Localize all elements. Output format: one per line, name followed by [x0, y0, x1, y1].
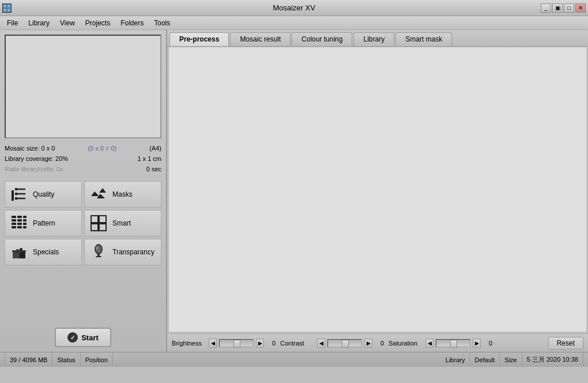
pattern-label: Pattern	[33, 219, 55, 227]
menu-folders[interactable]: Folders	[116, 18, 148, 28]
brightness-label: Brightness	[172, 340, 206, 347]
datetime-text: 5 三月 2020 10:38	[527, 355, 578, 364]
tab-library[interactable]: Library	[353, 32, 394, 46]
brightness-track[interactable]	[219, 339, 254, 347]
status-default: Default	[470, 352, 500, 367]
status-memory: 39 / 4096 MB	[5, 352, 52, 367]
svg-rect-6	[15, 188, 17, 190]
content-area	[168, 47, 587, 332]
brightness-thumb[interactable]	[233, 340, 240, 348]
svg-rect-10	[15, 197, 17, 200]
saturation-thumb[interactable]	[450, 340, 457, 348]
menu-tools[interactable]: Tools	[149, 18, 175, 28]
transparancy-button[interactable]: Transparancy	[84, 239, 161, 265]
saturation-group: Saturation ◀ ▶ 0	[389, 339, 492, 348]
quality-button[interactable]: Quality	[5, 181, 82, 208]
window-controls[interactable]: _ ▣ □ ✕	[541, 3, 586, 13]
maximize-button[interactable]: □	[564, 3, 574, 13]
svg-rect-21	[12, 226, 16, 228]
minimize-button[interactable]: _	[541, 3, 551, 13]
svg-rect-23	[23, 226, 27, 228]
specials-icon	[10, 243, 28, 261]
stats-ratio-row: Ratio library/cells: 0x 0 sec	[5, 164, 161, 174]
mosaic-size-paper: (A4)	[149, 143, 161, 153]
contrast-increase[interactable]: ▶	[364, 339, 372, 348]
contrast-thumb[interactable]	[342, 340, 349, 348]
pattern-button[interactable]: Pattern	[5, 210, 82, 236]
menu-library[interactable]: Library	[24, 18, 54, 28]
window-title: Mosaizer XV	[273, 3, 315, 12]
preview-area	[5, 35, 161, 138]
svg-rect-16	[17, 219, 22, 221]
svg-rect-19	[17, 223, 22, 225]
mosaic-size-label: Mosaic size: 0 x 0	[5, 143, 55, 153]
menu-view[interactable]: View	[55, 18, 80, 28]
library-coverage-size: 1 x 1 cm	[137, 153, 161, 164]
svg-rect-12	[12, 216, 16, 218]
svg-rect-20	[23, 223, 27, 225]
brightness-decrease[interactable]: ◀	[209, 339, 217, 348]
contrast-label: Contrast	[280, 340, 315, 347]
svg-rect-39	[96, 256, 101, 257]
status-text: Status	[57, 356, 75, 363]
default-text: Default	[474, 356, 495, 363]
status-bar: 39 / 4096 MB Status Position Library Def…	[0, 352, 588, 367]
transparancy-icon	[89, 243, 108, 261]
ratio-label: Ratio library/cells: 0x	[5, 164, 63, 174]
title-bar: Mosaizer XV _ ▣ □ ✕	[0, 0, 588, 16]
tab-smart-mask[interactable]: Smart mask	[395, 32, 452, 46]
title-bar-left	[2, 3, 12, 13]
memory-label: 39 / 4096 MB	[10, 356, 47, 363]
tab-mosaic-result[interactable]: Mosaic result	[230, 32, 291, 46]
saturation-track[interactable]	[436, 339, 470, 347]
contrast-decrease[interactable]: ◀	[317, 339, 325, 348]
pattern-icon	[10, 214, 28, 232]
contrast-track[interactable]	[327, 339, 362, 347]
start-icon: ✓	[67, 332, 78, 343]
svg-rect-14	[23, 216, 27, 218]
brightness-group: Brightness ◀ ▶ 0	[172, 339, 276, 348]
brightness-value: 0	[266, 340, 276, 347]
start-button[interactable]: ✓ Start	[55, 328, 111, 347]
menu-projects[interactable]: Projects	[81, 18, 115, 28]
tab-pre-process[interactable]: Pre-process	[169, 32, 229, 46]
left-panel: Mosaic size: 0 x 0 (0 x 0 = 0) (A4) Libr…	[0, 30, 167, 352]
restore-button[interactable]: ▣	[552, 3, 563, 13]
svg-point-40	[96, 246, 98, 250]
quality-label: Quality	[33, 190, 54, 198]
tools-grid: Quality Masks	[5, 181, 161, 265]
app-icon	[2, 3, 12, 13]
svg-rect-4	[7, 9, 10, 12]
specials-button[interactable]: Specials	[5, 239, 82, 265]
saturation-value: 0	[483, 340, 492, 347]
transparancy-label: Transparancy	[112, 248, 154, 256]
svg-rect-27	[99, 224, 106, 231]
contrast-group: Contrast ◀ ▶ 0	[280, 339, 384, 348]
start-area: ✓ Start	[5, 323, 161, 347]
stats-area: Mosaic size: 0 x 0 (0 x 0 = 0) (A4) Libr…	[5, 143, 161, 174]
svg-rect-17	[23, 219, 27, 221]
specials-label: Specials	[33, 248, 59, 256]
main-layout: Mosaic size: 0 x 0 (0 x 0 = 0) (A4) Libr…	[0, 30, 588, 352]
svg-rect-15	[12, 219, 16, 221]
library-coverage-label: Library coverage: 20%	[5, 153, 68, 164]
saturation-increase[interactable]: ▶	[473, 339, 481, 348]
bottom-bar: Brightness ◀ ▶ 0 Contrast ◀ ▶ 0 Saturati…	[167, 333, 588, 352]
ratio-time: 0 sec	[146, 164, 161, 174]
svg-rect-26	[91, 224, 98, 231]
brightness-increase[interactable]: ▶	[256, 339, 264, 348]
library-text: Library	[446, 356, 465, 363]
start-label: Start	[81, 333, 99, 342]
menu-file[interactable]: File	[2, 18, 22, 28]
saturation-decrease[interactable]: ◀	[425, 339, 434, 348]
status-library: Library	[441, 352, 470, 367]
reset-button[interactable]: Reset	[548, 337, 583, 350]
masks-button[interactable]: Masks	[84, 181, 161, 208]
svg-rect-3	[3, 9, 6, 12]
tab-colour-tuning[interactable]: Colour tuning	[292, 32, 352, 46]
smart-button[interactable]: Smart	[84, 210, 161, 236]
quality-icon	[10, 185, 28, 204]
contrast-value: 0	[375, 340, 384, 347]
position-text: Position	[85, 356, 108, 363]
close-button[interactable]: ✕	[575, 3, 586, 13]
